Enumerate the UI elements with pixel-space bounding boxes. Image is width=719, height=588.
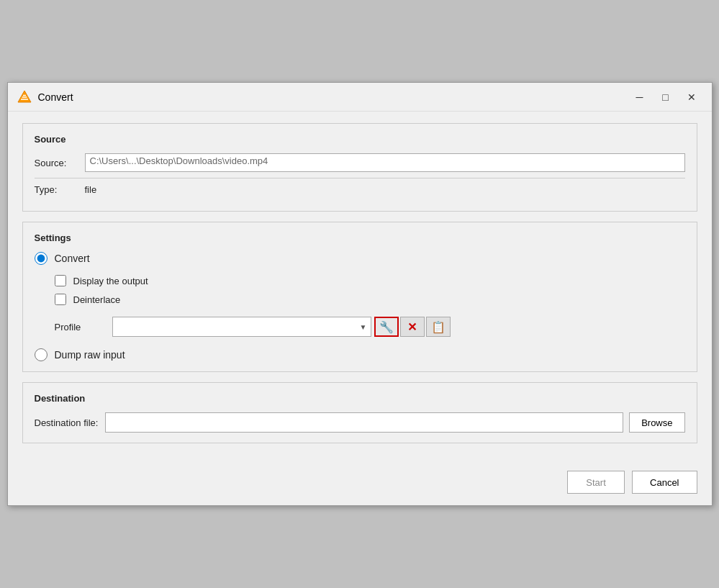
source-field-row: Source: C:\Users\...\Desktop\Downloads\v… bbox=[35, 153, 685, 172]
new-profile-button[interactable]: 📋 bbox=[426, 317, 451, 337]
delete-profile-button[interactable]: ✕ bbox=[400, 317, 425, 337]
source-title: Source bbox=[35, 134, 685, 145]
type-label: Type: bbox=[35, 184, 85, 195]
source-input[interactable]: C:\Users\...\Desktop\Downloads\video.mp4 bbox=[85, 153, 685, 172]
checkbox-group: Display the output Deinterlace bbox=[55, 275, 685, 305]
type-value: file bbox=[85, 184, 97, 195]
cancel-button[interactable]: Cancel bbox=[632, 471, 697, 494]
profile-action-buttons: 🔧 ✕ 📋 bbox=[374, 317, 451, 337]
close-button[interactable]: ✕ bbox=[680, 87, 703, 107]
dump-radio-label: Dump raw input bbox=[55, 349, 125, 361]
dump-radio[interactable] bbox=[35, 348, 48, 361]
convert-radio-label: Convert bbox=[55, 253, 90, 264]
delete-icon: ✕ bbox=[407, 320, 417, 334]
profile-label: Profile bbox=[55, 322, 112, 333]
dump-radio-row: Dump raw input bbox=[35, 348, 685, 361]
display-output-row: Display the output bbox=[55, 275, 685, 286]
deinterlace-label: Deinterlace bbox=[73, 294, 121, 305]
profile-row: Profile ▼ 🔧 ✕ 📋 bbox=[55, 317, 685, 337]
source-divider bbox=[35, 178, 685, 178]
bottom-buttons: Start Cancel bbox=[8, 465, 712, 505]
settings-title: Settings bbox=[35, 232, 685, 243]
dest-file-label: Destination file: bbox=[35, 417, 99, 428]
start-button[interactable]: Start bbox=[567, 471, 625, 494]
type-field-row: Type: file bbox=[35, 184, 685, 195]
convert-radio-row: Convert bbox=[35, 252, 685, 265]
destination-row: Destination file: Browse bbox=[35, 412, 685, 433]
profile-select[interactable] bbox=[112, 317, 371, 337]
deinterlace-row: Deinterlace bbox=[55, 294, 685, 305]
destination-input[interactable] bbox=[105, 412, 623, 433]
wrench-icon: 🔧 bbox=[379, 320, 394, 334]
dialog-content: Source Source: C:\Users\...\Desktop\Down… bbox=[8, 112, 712, 465]
source-input-value: C:\Users\...\Desktop\Downloads\video.mp4 bbox=[90, 155, 268, 166]
new-profile-icon: 📋 bbox=[431, 320, 446, 334]
display-output-label: Display the output bbox=[73, 276, 148, 286]
convert-radio[interactable] bbox=[35, 252, 48, 265]
minimize-button[interactable]: ─ bbox=[628, 87, 651, 107]
titlebar: Convert ─ □ ✕ bbox=[8, 83, 712, 112]
deinterlace-checkbox[interactable] bbox=[55, 294, 66, 305]
profile-select-wrapper: ▼ bbox=[112, 317, 371, 337]
source-section: Source Source: C:\Users\...\Desktop\Down… bbox=[22, 123, 697, 212]
vlc-icon bbox=[17, 89, 32, 105]
edit-profile-button[interactable]: 🔧 bbox=[374, 317, 399, 337]
source-label: Source: bbox=[35, 158, 85, 168]
convert-window: Convert ─ □ ✕ Source Source: C:\Users\..… bbox=[7, 82, 713, 506]
maximize-button[interactable]: □ bbox=[654, 87, 677, 107]
browse-button[interactable]: Browse bbox=[629, 412, 684, 433]
destination-section: Destination Destination file: Browse bbox=[22, 382, 697, 443]
destination-title: Destination bbox=[35, 393, 685, 404]
display-output-checkbox[interactable] bbox=[55, 275, 66, 286]
window-controls: ─ □ ✕ bbox=[628, 87, 703, 107]
window-title: Convert bbox=[38, 91, 628, 103]
settings-section: Settings Convert Display the output Dein… bbox=[22, 222, 697, 372]
